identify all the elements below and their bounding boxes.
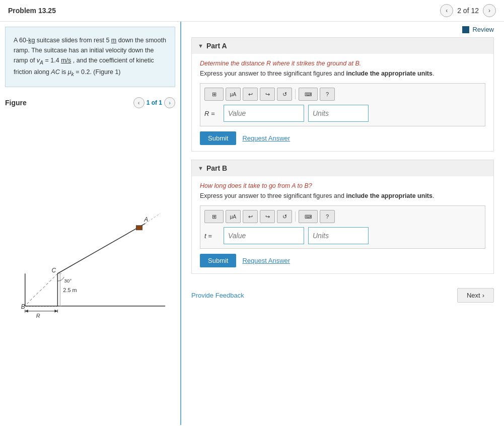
right-panel: Review ▼ Part A Determine the distance R… xyxy=(181,22,504,425)
part-b-body: How long does it take to go from A to B?… xyxy=(192,176,493,273)
refresh-icon-a: ↺ xyxy=(282,91,287,98)
part-a-toolbar: ⊞ μA ↩ ↪ ↺ xyxy=(204,88,481,101)
refresh-button-b[interactable]: ↺ xyxy=(277,210,292,223)
matrix-icon-b: ⊞ xyxy=(212,214,217,220)
main-layout: A 60-kg suitcase slides from rest 5 m do… xyxy=(0,22,504,425)
provide-feedback-link[interactable]: Provide Feedback xyxy=(191,292,244,299)
bottom-row: Provide Feedback Next › xyxy=(191,282,494,309)
toolbar-divider-b xyxy=(295,211,296,222)
help-button-b[interactable]: ? xyxy=(320,210,335,223)
next-button[interactable]: Next › xyxy=(457,288,494,303)
part-b-collapse-arrow: ▼ xyxy=(198,165,203,171)
figure-title: Figure xyxy=(5,99,27,107)
figure-next-button[interactable]: › xyxy=(164,97,175,108)
part-b-question: How long does it take to go from A to B? xyxy=(200,182,485,189)
review-icon xyxy=(462,26,469,33)
keyboard-icon-a: ⌨ xyxy=(305,92,312,97)
part-a-question: Determine the distance R where it strike… xyxy=(200,60,485,67)
svg-rect-18 xyxy=(136,226,142,230)
part-a-units-input[interactable] xyxy=(308,105,369,122)
figure-svg: 2.5 m R A C B xyxy=(5,112,175,420)
prev-problem-button[interactable]: ‹ xyxy=(440,4,453,17)
part-a-title: Part A xyxy=(206,42,227,50)
matrix-button-b[interactable]: ⊞ xyxy=(204,210,224,223)
part-b-value-input[interactable] xyxy=(224,227,304,244)
svg-text:2.5 m: 2.5 m xyxy=(63,287,77,293)
keyboard-icon-b: ⌨ xyxy=(305,214,312,220)
navigation-controls: ‹ 2 of 12 › xyxy=(440,4,496,17)
part-b-request-answer-link[interactable]: Request Answer xyxy=(242,257,290,264)
part-a-value-input[interactable] xyxy=(224,105,304,122)
review-section: Review xyxy=(191,22,494,37)
problem-description: A 60-kg suitcase slides from rest 5 m do… xyxy=(5,27,175,87)
undo-button-b[interactable]: ↩ xyxy=(243,210,258,223)
svg-marker-13 xyxy=(25,310,28,313)
refresh-button-a[interactable]: ↺ xyxy=(277,88,292,101)
part-a-header[interactable]: ▼ Part A xyxy=(192,38,493,54)
left-panel: A 60-kg suitcase slides from rest 5 m do… xyxy=(0,22,181,425)
keyboard-button-a[interactable]: ⌨ xyxy=(299,88,318,101)
part-a-actions: Submit Request Answer xyxy=(200,131,485,145)
part-b-units-input[interactable] xyxy=(308,227,369,244)
part-a-section: ▼ Part A Determine the distance R where … xyxy=(191,37,494,152)
part-b-header[interactable]: ▼ Part B xyxy=(192,160,493,176)
help-icon-a: ? xyxy=(326,91,329,97)
math-m: m xyxy=(111,37,116,44)
matrix-icon-a: ⊞ xyxy=(212,91,217,98)
help-button-a[interactable]: ? xyxy=(320,88,335,101)
part-b-instruction: Express your answer to three significant… xyxy=(200,192,485,199)
matrix-button-a[interactable]: ⊞ xyxy=(204,88,224,101)
svg-line-2 xyxy=(57,224,145,273)
review-link[interactable]: Review xyxy=(472,26,494,33)
part-b-toolbar: ⊞ μA ↩ ↪ ↺ xyxy=(204,210,481,223)
figure-header: Figure ‹ 1 of 1 › xyxy=(5,97,175,108)
figure-section: Figure ‹ 1 of 1 › xyxy=(0,92,180,425)
refresh-icon-b: ↺ xyxy=(282,214,287,220)
redo-icon-b: ↪ xyxy=(265,214,270,220)
svg-text:C: C xyxy=(51,267,56,274)
mu-button-a[interactable]: μA xyxy=(226,88,241,101)
next-arrow-icon: › xyxy=(482,292,484,299)
undo-button-a[interactable]: ↩ xyxy=(243,88,258,101)
part-a-submit-button[interactable]: Submit xyxy=(200,131,236,145)
part-b-submit-button[interactable]: Submit xyxy=(200,254,236,267)
part-b-section: ▼ Part B How long does it take to go fro… xyxy=(191,160,494,274)
part-a-label: R = xyxy=(204,110,220,117)
svg-text:R: R xyxy=(36,313,40,319)
svg-text:30°: 30° xyxy=(64,278,71,283)
keyboard-button-b[interactable]: ⌨ xyxy=(299,210,318,223)
problem-title: Problem 13.25 xyxy=(8,7,56,15)
part-a-collapse-arrow: ▼ xyxy=(198,43,203,49)
help-icon-b: ? xyxy=(326,214,329,220)
part-a-input-row: R = xyxy=(204,105,481,122)
next-problem-button[interactable]: › xyxy=(483,4,496,17)
svg-text:A: A xyxy=(143,216,148,223)
part-b-actions: Submit Request Answer xyxy=(200,254,485,267)
figure-canvas: 2.5 m R A C B xyxy=(5,112,175,420)
toolbar-divider-a xyxy=(295,89,296,99)
part-b-input-area: ⊞ μA ↩ ↪ ↺ xyxy=(200,205,485,249)
undo-icon-b: ↩ xyxy=(248,214,253,220)
mu-icon-b: μA xyxy=(230,214,236,220)
svg-text:B: B xyxy=(21,303,25,310)
redo-button-b[interactable]: ↪ xyxy=(260,210,275,223)
redo-icon-a: ↪ xyxy=(265,91,270,98)
figure-count: 1 of 1 xyxy=(147,99,162,106)
figure-nav: ‹ 1 of 1 › xyxy=(133,97,175,108)
figure-prev-button[interactable]: ‹ xyxy=(133,97,145,108)
part-a-instruction: Express your answer to three significant… xyxy=(200,70,485,77)
redo-button-a[interactable]: ↪ xyxy=(260,88,275,101)
part-a-request-answer-link[interactable]: Request Answer xyxy=(242,134,290,142)
part-a-body: Determine the distance R where it strike… xyxy=(192,54,493,151)
math-kg: kg xyxy=(28,37,35,44)
part-b-label: t = xyxy=(204,232,220,240)
mu-button-b[interactable]: μA xyxy=(226,210,241,223)
page-indicator: 2 of 12 xyxy=(457,7,479,15)
part-b-title: Part B xyxy=(206,164,227,172)
undo-icon-a: ↩ xyxy=(248,91,253,98)
mu-icon-a: μA xyxy=(230,92,236,97)
math-ms: m/s xyxy=(61,57,71,64)
part-b-input-row: t = xyxy=(204,227,481,244)
part-a-input-area: ⊞ μA ↩ ↪ ↺ xyxy=(200,83,485,126)
next-label: Next xyxy=(467,292,480,299)
